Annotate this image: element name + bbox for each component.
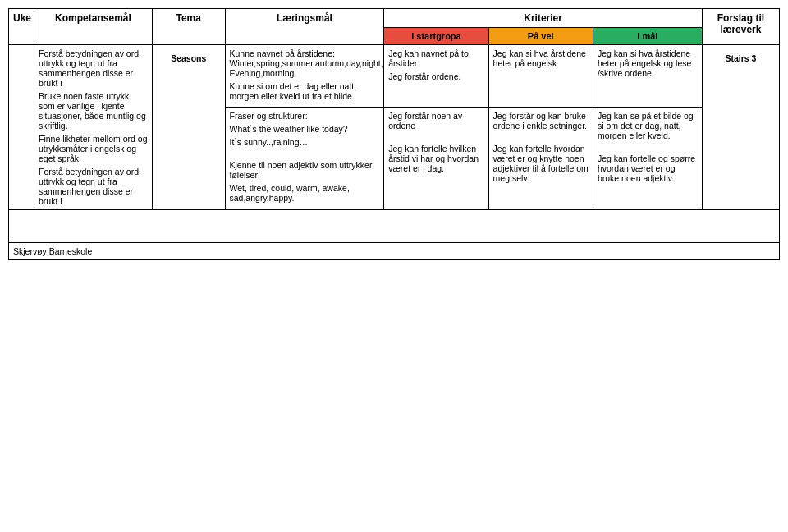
tema-cell: Seasons [152,45,225,210]
pavei-cell-2: Jeg forstår og kan bruke ordene i enkle … [488,107,593,209]
col-pavei-header: På vei [488,28,593,45]
imal-cell-1: Jeg kan si hva årstidene heter på engels… [593,45,702,108]
uke-cell [9,45,34,210]
page: Uke Kompetansemål Tema Læringsmål Kriter… [0,0,788,268]
col-kriterier-header: Kriterier [384,9,703,28]
school-name: Skjervøy Barneskole [13,246,92,256]
pavei-cell-1: Jeg kan si hva årstidene heter på engels… [488,45,593,108]
col-forslag-header: Forslag til læreverk [702,9,779,45]
laring-cell-1: Kunne navnet på årstidene: Winter,spring… [225,45,384,108]
header-row-1: Uke Kompetansemål Tema Læringsmål Kriter… [9,9,780,28]
spacer-row [9,210,780,243]
col-uke-header: Uke [9,9,34,45]
col-laring-header: Læringsmål [225,9,384,45]
istart-cell-2: Jeg forstår noen av ordene Jeg kan forte… [384,107,488,209]
col-imal-header: I mål [593,28,702,45]
col-tema-header: Tema [152,9,225,45]
col-komp-header: Kompetansemål [34,9,153,45]
col-istart-header: I startgropa [384,28,488,45]
imal-cell-2: Jeg kan se på et bilde og si om det er d… [593,107,702,209]
istart-cell-1: Jeg kan navnet på to årstider Jeg forstå… [384,45,488,108]
komp-cell: Forstå betydningen av ord, uttrykk og te… [34,45,153,210]
footer-row: Skjervøy Barneskole [9,243,780,260]
table-row-1a: Forstå betydningen av ord, uttrykk og te… [9,45,780,108]
forslag-cell: Stairs 3 [702,45,779,210]
laring-cell-2: Fraser og strukturer: What`s the weather… [225,107,384,209]
